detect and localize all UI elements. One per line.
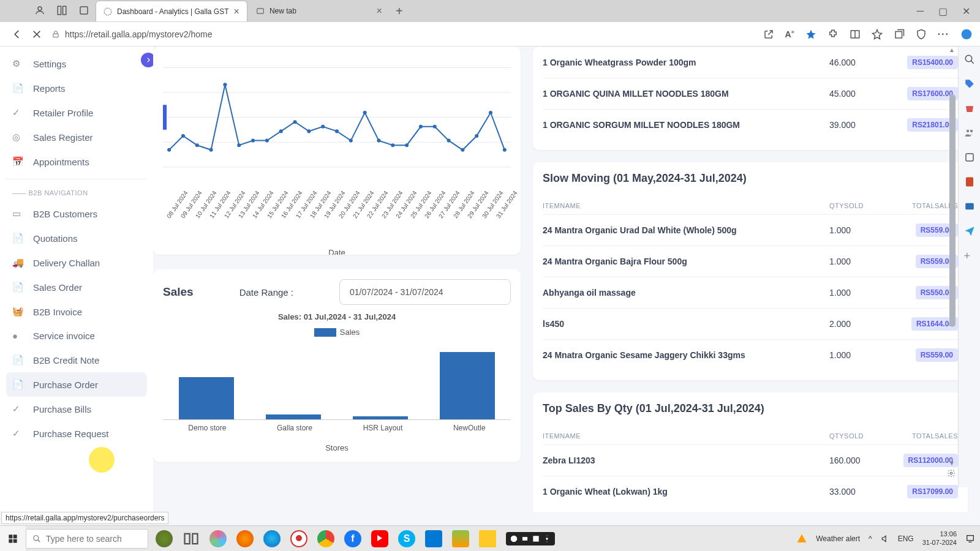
tab-actions-icon[interactable]	[78, 5, 91, 17]
collections-icon[interactable]	[894, 29, 905, 40]
new-tab-button[interactable]: +	[396, 4, 403, 18]
gear-icon[interactable]	[947, 469, 956, 478]
date-range-input[interactable]: 01/07/2024 - 31/07/2024	[339, 279, 511, 305]
app2-icon[interactable]	[452, 530, 469, 547]
svg-rect-45	[966, 154, 973, 161]
shopping-icon[interactable]	[964, 103, 975, 114]
svg-point-22	[251, 139, 255, 143]
plus-icon[interactable]: +	[964, 250, 975, 261]
svg-rect-3	[80, 7, 88, 14]
scroll-up-icon[interactable]: ▲	[949, 47, 955, 53]
sidebar-item-purchase-request[interactable]: ✓Purchase Request	[6, 421, 147, 446]
tab-favicon	[256, 7, 265, 15]
language-indicator[interactable]: ENG	[898, 534, 914, 543]
sidebar-item-service-invoice[interactable]: ●Service invoice	[6, 324, 147, 348]
sidebar-item-delivery-challan[interactable]: 🚚Delivery Challan	[6, 250, 147, 275]
tab-inactive[interactable]: New tab ×	[249, 1, 390, 21]
search-icon[interactable]	[964, 54, 975, 65]
read-aloud-icon[interactable]: A»	[785, 29, 794, 39]
open-external-icon[interactable]	[763, 29, 774, 40]
close-icon[interactable]: ×	[372, 6, 382, 17]
edge-icon[interactable]	[263, 530, 281, 547]
sidebar-item-purchase-order[interactable]: 📄Purchase Order	[6, 372, 147, 397]
sidebar-item-appointments[interactable]: 📅Appointments	[6, 149, 147, 174]
sidebar-icon: ●	[12, 331, 24, 341]
weather-icon[interactable]	[796, 533, 807, 544]
bar-legend: Sales	[163, 328, 511, 337]
sidebar-item-b2b-customers[interactable]: ▭B2B Customers	[6, 201, 147, 226]
sidebar-label: B2B Credit Note	[33, 355, 99, 365]
table-row: 1 ORGANIC QUINA MILLET NOODLES 180GM45.0…	[543, 78, 958, 109]
svg-point-21	[237, 143, 241, 147]
svg-point-17	[181, 134, 185, 138]
record-icon[interactable]	[290, 530, 307, 547]
bar-label: Galla store	[277, 424, 312, 432]
sidebar-item-b2b-credit-note[interactable]: 📄B2B Credit Note	[6, 348, 147, 372]
menu-icon[interactable]: ···	[938, 29, 949, 40]
app-icon[interactable]	[156, 530, 173, 547]
skype-icon[interactable]: S	[398, 530, 415, 547]
sidebar-item-sales-order[interactable]: 📄Sales Order	[6, 275, 147, 299]
notifications-icon[interactable]	[965, 534, 975, 544]
people-icon[interactable]	[964, 127, 975, 138]
tray-chevron-icon[interactable]: ^	[869, 534, 872, 543]
explorer-icon[interactable]	[479, 530, 496, 547]
sidebar-icon: 📄	[12, 354, 24, 365]
outlook-icon[interactable]	[964, 201, 975, 212]
scroll-down-icon[interactable]: ▼	[949, 460, 955, 467]
sidebar-label: Delivery Challan	[33, 258, 100, 268]
workspaces-icon[interactable]	[56, 5, 69, 17]
cell-itemname: 1 ORGANIC QUINA MILLET NOODLES 180GM	[543, 89, 829, 99]
sidebar-item-quotations[interactable]: 📄Quotations	[6, 226, 147, 250]
start-button[interactable]	[0, 526, 26, 552]
svg-point-52	[34, 535, 39, 540]
sidebar-item-b2b-invoice[interactable]: 🧺B2B Invoice	[6, 299, 147, 324]
favorite-icon[interactable]	[805, 29, 816, 40]
extension-icon[interactable]	[827, 29, 839, 40]
favorites-bar-icon[interactable]	[872, 29, 883, 40]
facebook-icon[interactable]: f	[344, 530, 361, 547]
xbox-bar-icon[interactable]	[506, 532, 555, 545]
minimize-icon[interactable]: ─	[917, 6, 924, 17]
close-window-icon[interactable]: ✕	[962, 6, 970, 17]
tag-icon[interactable]	[964, 78, 975, 89]
youtube-icon[interactable]	[371, 530, 388, 547]
svg-point-18	[195, 143, 199, 147]
office-icon[interactable]	[964, 176, 975, 187]
close-icon[interactable]: ×	[229, 6, 239, 17]
scroll-thumb[interactable]	[949, 94, 956, 327]
svg-point-44	[970, 130, 973, 133]
tab-active[interactable]: Dashboard - Analytics | Galla GST ×	[96, 1, 247, 21]
firefox-icon[interactable]	[236, 530, 254, 547]
sidebar-item-reports[interactable]: 📄Reports	[6, 76, 147, 100]
sidebar-item-purchase-bills[interactable]: ✓Purchase Bills	[6, 397, 147, 421]
send-icon[interactable]	[964, 225, 975, 236]
shield-icon[interactable]	[916, 29, 927, 40]
cell-itemname: Abhyanga oil massage	[543, 288, 829, 298]
taskbar-search[interactable]: Type here to search	[26, 529, 148, 549]
sidebar-icon: ✓	[12, 428, 24, 439]
weather-text[interactable]: Weather alert	[816, 534, 860, 543]
tab-title: Dashboard - Analytics | Galla GST	[117, 7, 229, 16]
copilot-taskbar-icon[interactable]	[209, 530, 227, 547]
chrome-icon[interactable]	[317, 530, 334, 547]
profile-icon[interactable]	[34, 5, 47, 17]
sidebar-item-settings[interactable]: ⚙Settings	[6, 51, 147, 76]
store-icon[interactable]	[425, 530, 442, 547]
scrollbar[interactable]: ▲ ▼	[947, 47, 957, 475]
sidebar-item-sales-register[interactable]: ◎Sales Register	[6, 125, 147, 149]
maximize-icon[interactable]: ▢	[938, 6, 948, 17]
sidebar-item-retailer-profile[interactable]: ✓Retailer Profile	[6, 100, 147, 125]
back-button[interactable]	[7, 24, 27, 44]
copilot-icon[interactable]	[960, 28, 973, 40]
split-icon[interactable]	[850, 29, 861, 40]
sidebar-icon: 📅	[12, 156, 24, 167]
url-field[interactable]: https://retail.galla.app/mystorev2/home	[47, 29, 763, 39]
tools-icon[interactable]	[964, 152, 975, 163]
taskview-icon[interactable]	[183, 530, 200, 547]
collapse-sidebar-button[interactable]	[141, 53, 153, 67]
table-row: Abhyanga oil massage1.000RS550.00	[543, 277, 958, 308]
sound-icon[interactable]	[881, 534, 889, 543]
stop-button[interactable]	[27, 24, 47, 44]
clock[interactable]: 13:06 31-07-2024	[922, 530, 957, 546]
